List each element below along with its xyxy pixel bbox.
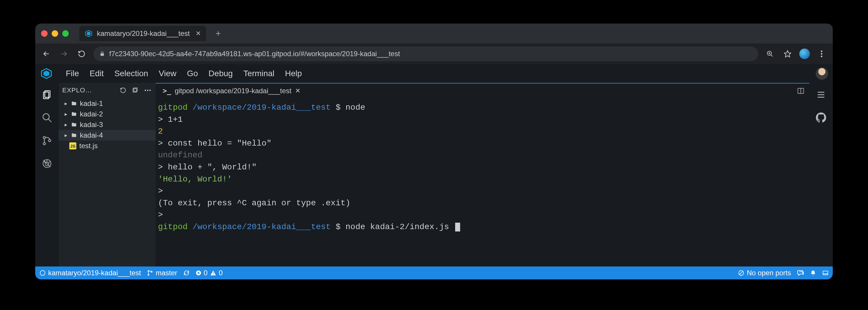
explorer-refresh-icon[interactable] <box>119 86 127 95</box>
terminal-output[interactable]: gitpod /workspace/2019-kadai___test $ no… <box>156 98 809 266</box>
svg-point-19 <box>43 137 45 139</box>
activity-search-icon[interactable] <box>40 111 54 124</box>
terminal-line: gitpod /workspace/2019-kadai___test $ no… <box>156 221 806 233</box>
terminal-tab[interactable]: >_ gitpod /workspace/2019-kadai___test ✕ <box>158 84 305 98</box>
menu-edit[interactable]: Edit <box>84 67 109 80</box>
menu-view[interactable]: View <box>154 67 182 80</box>
github-icon[interactable] <box>814 111 828 124</box>
status-feedback-icon[interactable] <box>797 270 804 277</box>
menu-selection[interactable]: Selection <box>109 67 153 80</box>
browser-menu-icon[interactable] <box>816 48 828 60</box>
nav-forward-button[interactable] <box>58 48 70 60</box>
folder-icon <box>71 132 77 138</box>
split-editor-icon[interactable] <box>797 87 805 95</box>
svg-point-10 <box>821 51 822 52</box>
browser-tab[interactable]: kamataryo/2019-kadai___test ✕ <box>79 26 206 41</box>
svg-point-21 <box>49 139 51 142</box>
terminal-line: > hello + ", World!" <box>156 162 806 173</box>
svg-line-18 <box>49 119 52 122</box>
url-input[interactable]: f7c23430-90ec-42d5-aa4e-747ab9a49181.ws-… <box>93 47 758 61</box>
terminal-line: > <box>156 209 806 221</box>
svg-marker-9 <box>784 51 791 57</box>
zoom-icon[interactable] <box>764 48 776 60</box>
status-bell-icon[interactable] <box>810 270 816 276</box>
tree-label: kadai-1 <box>80 100 103 108</box>
status-sync[interactable] <box>183 270 190 276</box>
app-window: kamataryo/2019-kadai___test ✕ + f7c23430… <box>35 24 833 279</box>
terminal-tab-icon: >_ <box>163 87 171 95</box>
activity-debug-icon[interactable] <box>40 157 54 170</box>
status-problems[interactable]: 0 0 <box>195 269 223 277</box>
close-tab-icon[interactable]: ✕ <box>195 30 201 37</box>
tree-label: kadai-3 <box>80 120 103 129</box>
svg-point-17 <box>43 114 49 120</box>
no-ports-icon <box>738 270 744 276</box>
url-text: f7c23430-90ec-42d5-aa4e-747ab9a49181.ws-… <box>109 50 400 58</box>
right-rail <box>809 83 833 266</box>
ide-main: EXPLO… ▸kadai-1▸kadai-2▸kadai-3▸kadai-4J… <box>35 83 833 266</box>
window-minimize-button[interactable] <box>52 30 58 37</box>
menu-file[interactable]: File <box>61 67 84 80</box>
menu-terminal[interactable]: Terminal <box>238 67 280 80</box>
editor-tabstrip: >_ gitpod /workspace/2019-kadai___test ✕ <box>156 84 809 98</box>
folder-kadai-1[interactable]: ▸kadai-1 <box>59 98 156 109</box>
status-branch-label: master <box>156 269 177 277</box>
sync-icon <box>183 270 190 276</box>
svg-rect-4 <box>100 53 104 56</box>
nav-reload-button[interactable] <box>76 48 88 60</box>
terminal-line: (To exit, press ^C again or type .exit) <box>156 197 806 209</box>
svg-point-32 <box>150 90 151 91</box>
error-icon <box>195 270 202 276</box>
svg-rect-46 <box>213 274 214 275</box>
status-repo[interactable]: kamataryo/2019-kadai___test <box>39 269 141 277</box>
folder-kadai-2[interactable]: ▸kadai-2 <box>59 109 156 119</box>
activity-source-control-icon[interactable] <box>40 134 54 147</box>
status-ports-label: No open ports <box>747 269 791 277</box>
menu-debug[interactable]: Debug <box>203 67 238 80</box>
folder-kadai-4[interactable]: ▸kadai-4 <box>59 130 156 141</box>
terminal-cursor <box>455 223 460 231</box>
status-repo-label: kamataryo/2019-kadai___test <box>48 269 141 277</box>
tree-label: kadai-4 <box>80 131 103 139</box>
js-file-icon: JS <box>69 142 76 149</box>
explorer-header: EXPLO… <box>59 83 156 97</box>
editor-area: >_ gitpod /workspace/2019-kadai___test ✕… <box>156 83 809 266</box>
terminal-line: 'Hello, World!' <box>156 173 806 186</box>
outline-icon[interactable] <box>814 88 828 101</box>
svg-rect-49 <box>823 271 828 275</box>
explorer-more-icon[interactable] <box>143 86 152 95</box>
menu-help[interactable]: Help <box>280 67 307 80</box>
menu-go[interactable]: Go <box>182 67 203 80</box>
close-terminal-tab-icon[interactable]: ✕ <box>295 87 300 95</box>
activity-explorer-icon[interactable] <box>40 88 54 101</box>
folder-icon <box>71 101 77 107</box>
gitpod-favicon-icon <box>85 29 93 38</box>
bookmark-icon[interactable] <box>782 48 794 60</box>
gitpod-logo-icon <box>40 67 53 80</box>
svg-point-30 <box>145 90 146 91</box>
window-maximize-button[interactable] <box>62 30 69 37</box>
svg-rect-45 <box>213 272 214 274</box>
warning-icon <box>210 270 216 276</box>
nav-back-button[interactable] <box>40 48 52 60</box>
status-layout-icon[interactable] <box>822 270 829 276</box>
explorer-collapse-icon[interactable] <box>131 86 140 95</box>
file-tree: ▸kadai-1▸kadai-2▸kadai-3▸kadai-4JStest.j… <box>59 97 156 152</box>
window-close-button[interactable] <box>41 30 48 37</box>
folder-kadai-3[interactable]: ▸kadai-3 <box>59 119 156 130</box>
extension-icon[interactable] <box>799 49 810 59</box>
status-ports[interactable]: No open ports <box>738 269 791 277</box>
svg-point-39 <box>148 271 149 272</box>
svg-rect-29 <box>133 89 136 92</box>
user-avatar[interactable] <box>816 67 828 80</box>
svg-line-6 <box>771 55 773 56</box>
new-tab-button[interactable]: + <box>216 29 221 38</box>
file-test-js[interactable]: JStest.js <box>59 141 156 151</box>
status-branch[interactable]: master <box>147 269 177 277</box>
browser-address-bar: f7c23430-90ec-42d5-aa4e-747ab9a49181.ws-… <box>35 44 833 64</box>
git-branch-icon <box>147 270 153 276</box>
browser-tab-title: kamataryo/2019-kadai___test <box>97 29 190 38</box>
terminal-line: > const hello = "Hello" <box>156 138 806 150</box>
status-bar: kamataryo/2019-kadai___test master 0 0 N… <box>35 266 833 279</box>
svg-rect-28 <box>134 88 137 91</box>
